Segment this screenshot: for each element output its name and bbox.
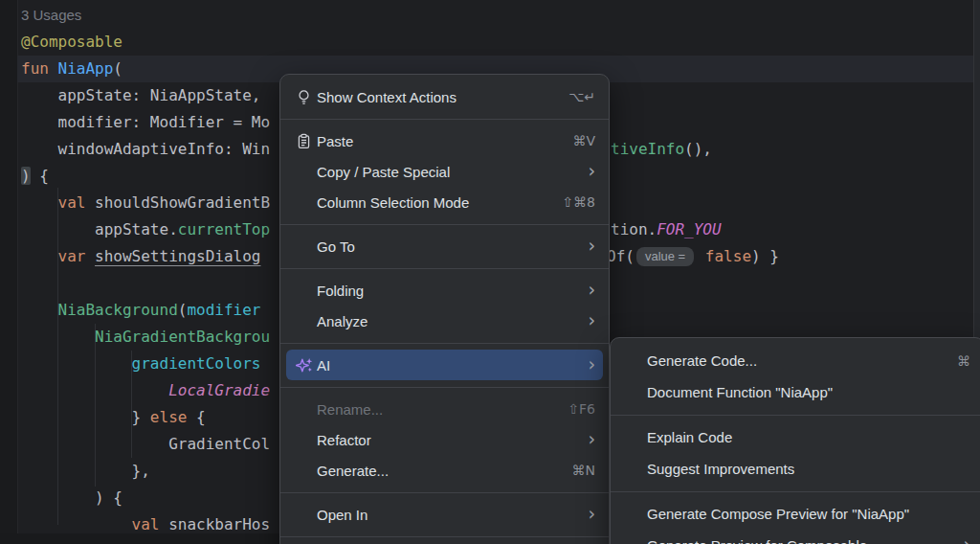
lightbulb-icon — [296, 89, 317, 105]
code-line: LocalGradie — [21, 377, 270, 404]
menu-item-suggest-improvements[interactable]: Suggest Improvements — [611, 453, 980, 485]
menu-shortcut: ⌘N — [561, 463, 595, 478]
code-line: var showSettingsDialog — [21, 243, 260, 270]
menu-item-refactor[interactable]: Refactor› — [280, 424, 609, 455]
clipboard-icon — [296, 133, 317, 149]
menu-item-folding[interactable]: Folding› — [280, 275, 609, 306]
editor-gutter — [0, 0, 18, 544]
menu-separator — [611, 485, 980, 498]
menu-item-analyze[interactable]: Analyze› — [280, 306, 609, 336]
menu-item-copy-paste-special[interactable]: Copy / Paste Special› — [280, 156, 609, 187]
chevron-right-icon: › — [576, 162, 595, 180]
menu-item-generate-preview-for-composable[interactable]: Generate Preview for Composable› — [611, 530, 980, 544]
code-line: Of(value = false) } — [607, 243, 779, 270]
chevron-right-icon: › — [576, 281, 595, 299]
ai-submenu: Generate Code...⌘Document Function "NiaA… — [610, 337, 980, 544]
menu-item-explain-code[interactable]: Explain Code — [611, 421, 980, 453]
chevron-right-icon: › — [576, 311, 595, 329]
menu-item-label: Folding — [317, 283, 364, 299]
chevron-right-icon: › — [576, 505, 595, 523]
code-line: tiveInfo(), — [611, 136, 712, 163]
menu-item-label: Column Selection Mode — [317, 194, 469, 211]
menu-item-document-function-niaapp[interactable]: Document Function "NiaApp" — [611, 376, 980, 408]
menu-item-go-to[interactable]: Go To› — [280, 231, 609, 261]
menu-separator — [280, 380, 609, 394]
menu-separator — [280, 217, 609, 231]
menu-separator — [280, 112, 609, 125]
menu-item-paste[interactable]: Paste⌘V — [280, 125, 609, 156]
code-line: ) { — [21, 485, 122, 511]
context-menu: Show Context Actions⌥↵Paste⌘VCopy / Past… — [279, 74, 610, 544]
menu-item-label: Open In — [317, 507, 368, 523]
code-line: NiaGradientBackgrou — [21, 324, 270, 351]
menu-item-label: Generate Code... — [647, 352, 757, 369]
code-line: fun NiaApp( — [21, 56, 122, 82]
ide-screenshot: { "colors":{ "editor_bg":"#1e1f22","menu… — [0, 0, 980, 544]
code-line: windowAdaptiveInfo: Win — [21, 136, 270, 163]
menu-item-label: Refactor — [317, 432, 371, 448]
inlay-hint: value = — [636, 247, 694, 266]
menu-separator — [280, 336, 609, 350]
code-line: appState.currentTop — [21, 216, 270, 243]
menu-separator — [280, 530, 609, 543]
code-line: modifier: Modifier = Mo — [21, 109, 270, 136]
code-line: ) { — [21, 163, 49, 190]
code-line: GradientCol — [21, 431, 270, 458]
menu-shortcut: ⇧F6 — [556, 401, 595, 417]
code-line: gradientColors — [21, 351, 260, 377]
menu-item-label: Generate... — [317, 463, 389, 479]
code-line: NiaBackground(modifier — [21, 297, 260, 324]
menu-item-label: Suggest Improvements — [647, 461, 794, 477]
chevron-right-icon: › — [576, 237, 595, 255]
menu-shortcut: ⌥↵ — [557, 89, 595, 104]
menu-shortcut: ⌘V — [561, 133, 595, 148]
menu-item-label: Paste — [317, 133, 353, 149]
menu-item-label: AI — [317, 357, 330, 374]
menu-item-label: Document Function "NiaApp" — [647, 384, 833, 400]
menu-separator — [280, 486, 609, 499]
code-line: 3 Usages — [21, 2, 81, 29]
chevron-right-icon: › — [951, 535, 970, 544]
code-line: @Composable — [21, 29, 122, 56]
code-line: } else { — [21, 404, 206, 431]
menu-item-label: Generate Preview for Composable — [647, 537, 867, 544]
menu-shortcut: ⇧⌘8 — [550, 194, 595, 210]
chevron-right-icon: › — [576, 355, 595, 374]
menu-separator — [611, 408, 980, 421]
menu-separator — [280, 261, 609, 275]
menu-item-ai[interactable]: AI› — [286, 350, 603, 380]
menu-item-label: Go To — [317, 238, 355, 255]
menu-item-label: Explain Code — [647, 429, 732, 445]
chevron-right-icon: › — [576, 430, 595, 448]
menu-item-column-selection-mode[interactable]: Column Selection Mode⇧⌘8 — [280, 187, 609, 217]
menu-item-generate-code[interactable]: Generate Code...⌘ — [611, 345, 980, 376]
ai-sparkles-icon — [296, 357, 317, 374]
menu-item-show-context-actions[interactable]: Show Context Actions⌥↵ — [280, 81, 609, 112]
menu-item-label: Generate Compose Preview for "NiaApp" — [647, 506, 909, 522]
code-line: tion.FOR_YOU — [611, 216, 722, 243]
menu-item-label: Rename... — [317, 401, 383, 418]
code-line: appState: NiaAppState, — [21, 82, 260, 109]
code-line: }, — [21, 458, 150, 485]
menu-item-label: Show Context Actions — [317, 89, 457, 105]
menu-item-generate[interactable]: Generate...⌘N — [280, 455, 609, 486]
code-line: val shouldShowGradientB — [21, 190, 270, 216]
menu-shortcut: ⌘ — [946, 353, 970, 369]
menu-item-label: Analyze — [317, 313, 368, 329]
menu-item-rename[interactable]: Rename...⇧F6 — [280, 394, 609, 424]
menu-item-generate-compose-preview-for-niaapp[interactable]: Generate Compose Preview for "NiaApp" — [611, 498, 980, 530]
menu-item-open-in[interactable]: Open In› — [280, 499, 609, 530]
menu-item-label: Copy / Paste Special — [317, 164, 450, 180]
